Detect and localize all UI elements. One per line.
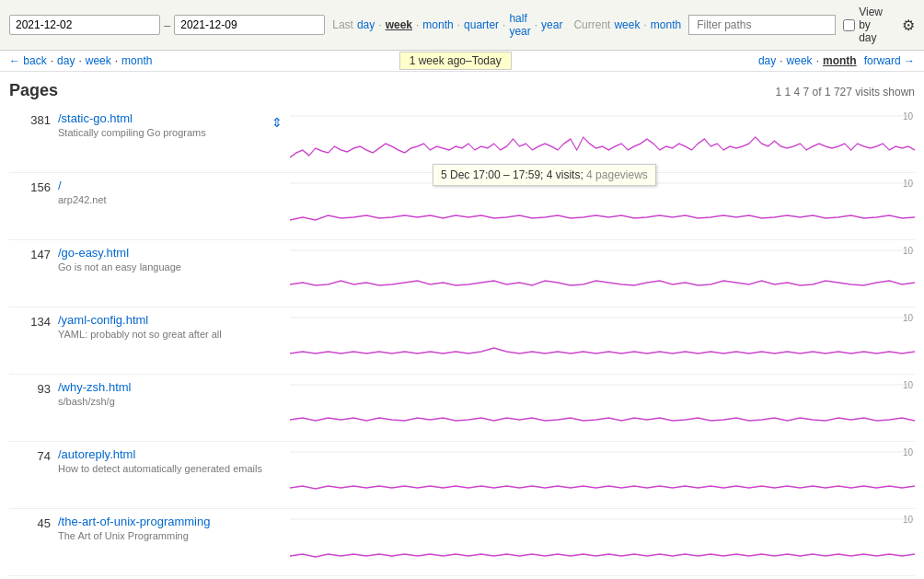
sparkline-svg — [290, 313, 915, 368]
sort-icon[interactable]: ⇕ — [271, 115, 283, 130]
page-description: YAML: probably not so great after all — [58, 329, 222, 340]
view-by-day-checkbox[interactable] — [843, 19, 855, 31]
date-range: – — [9, 15, 325, 35]
nav-center: 1 week ago–Today — [399, 54, 512, 67]
table-row: 45 /the-art-of-unix-programming The Art … — [9, 509, 915, 576]
date-to-input[interactable] — [174, 15, 325, 35]
filter-paths-input[interactable] — [688, 15, 836, 35]
gear-icon[interactable]: ⚙ — [902, 17, 915, 34]
sparkline-container: 10 — [290, 246, 915, 301]
page-description: Go is not an easy language — [58, 261, 181, 272]
main-content: Pages 1 1 4 7 of 1 727 visits shown 5 De… — [0, 72, 924, 579]
page-description: How to detect automatically generated em… — [58, 463, 262, 474]
scale-label: 10 — [903, 246, 913, 256]
view-by-day-label: View by day — [859, 6, 889, 44]
scale-label: 10 — [903, 515, 913, 525]
page-link[interactable]: / — [58, 179, 62, 192]
page-count: 74 — [9, 447, 51, 463]
table-row: 93 /why-zsh.html s/bash/zsh/g 10 — [9, 375, 915, 442]
page-info: /the-art-of-unix-programming The Art of … — [51, 515, 271, 542]
scale-label: 10 — [903, 111, 913, 122]
period-links: Last day · week · month · quarter · half… — [332, 12, 681, 38]
pages-title: Pages — [9, 81, 58, 100]
back-link[interactable]: ← back — [9, 54, 47, 67]
page-info: /go-easy.html Go is not an easy language — [51, 246, 271, 273]
page-count: 134 — [9, 313, 51, 329]
current-week[interactable]: week — [614, 18, 640, 31]
sparkline-svg — [290, 447, 915, 503]
page-link[interactable]: /why-zsh.html — [58, 380, 131, 394]
nav-right: day · week · month forward → — [758, 54, 915, 67]
page-count: 156 — [9, 179, 51, 194]
sparkline-svg — [290, 179, 915, 234]
nav-month-left[interactable]: month — [121, 54, 152, 67]
page-info: /why-zsh.html s/bash/zsh/g — [51, 380, 271, 408]
period-day[interactable]: day — [357, 18, 375, 31]
period-week[interactable]: week — [386, 18, 412, 31]
page-link[interactable]: /the-art-of-unix-programming — [58, 515, 210, 528]
table-row: 147 /go-easy.html Go is not an easy lang… — [9, 240, 915, 307]
last-label: Last — [332, 18, 353, 31]
page-link[interactable]: /yaml-config.html — [58, 313, 148, 327]
nav-left: ← back · day · week · month — [9, 54, 152, 67]
period-month[interactable]: month — [422, 18, 453, 31]
current-month[interactable]: month — [651, 18, 681, 31]
page-info: / arp242.net — [51, 179, 271, 206]
page-link[interactable]: /go-easy.html — [58, 246, 129, 260]
scale-label: 10 — [903, 380, 913, 390]
scale-label: 10 — [903, 313, 913, 323]
visits-shown: 1 1 4 7 of 1 727 visits shown — [776, 86, 915, 98]
current-range: 1 week ago–Today — [399, 52, 512, 70]
page-count: 147 — [9, 246, 51, 261]
sparkline-container: 10 — [290, 179, 915, 234]
period-halfyear[interactable]: half year — [509, 12, 530, 38]
page-info: /static-go.html Statically compiling Go … — [51, 111, 271, 139]
sparkline-container: 10 — [290, 313, 915, 368]
page-count: 93 — [9, 380, 51, 396]
page-description: arp242.net — [58, 194, 107, 205]
nav-month-right[interactable]: month — [823, 54, 857, 67]
sparkline-container: 10 — [290, 515, 915, 570]
sparkline-container: 10 — [290, 447, 915, 503]
page-description: Statically compiling Go programs — [58, 127, 206, 138]
forward-link[interactable]: forward → — [864, 54, 915, 67]
scale-label: 10 — [903, 447, 913, 457]
page-count: 45 — [9, 515, 51, 530]
page-description: The Art of Unix Programming — [58, 530, 189, 541]
page-link[interactable]: /static-go.html — [58, 111, 133, 125]
tooltip-text: 5 Dec 17:00 – 17:59; 4 visits; — [441, 168, 583, 181]
sparkline-svg — [290, 380, 915, 435]
page-info: /yaml-config.html YAML: probably not so … — [51, 313, 271, 341]
nav-bar: ← back · day · week · month 1 week ago–T… — [0, 51, 924, 72]
nav-day[interactable]: day — [57, 54, 75, 67]
scale-label: 10 — [903, 179, 913, 189]
date-from-input[interactable] — [9, 15, 160, 35]
nav-week[interactable]: week — [86, 54, 111, 67]
sparkline-svg — [290, 515, 915, 570]
nav-day-right[interactable]: day — [758, 54, 776, 67]
period-quarter[interactable]: quarter — [464, 18, 499, 31]
page-description: s/bash/zsh/g — [58, 396, 115, 407]
sparkline-svg — [290, 111, 915, 167]
nav-week-right[interactable]: week — [787, 54, 813, 67]
sparkline-container: 10 — [290, 380, 915, 435]
filter-section: View by day ⚙ — [688, 6, 915, 44]
view-by-day: View by day — [843, 6, 889, 44]
period-year[interactable]: year — [541, 18, 562, 31]
tooltip-pageviews: 4 pageviews — [583, 168, 648, 181]
page-link[interactable]: /autoreply.html — [58, 447, 135, 461]
table-row: 74 /autoreply.html How to detect automat… — [9, 442, 915, 509]
top-bar: – Last day · week · month · quarter · ha… — [0, 0, 924, 51]
table-row: 134 /yaml-config.html YAML: probably not… — [9, 307, 915, 375]
date-separator: – — [164, 18, 170, 32]
sparkline-container: 10 — [290, 111, 915, 167]
page-count: 381 — [9, 111, 51, 127]
tooltip: 5 Dec 17:00 – 17:59; 4 visits; 4 pagevie… — [433, 164, 656, 186]
page-info: /autoreply.html How to detect automatica… — [51, 447, 271, 475]
sparkline-svg — [290, 246, 915, 301]
